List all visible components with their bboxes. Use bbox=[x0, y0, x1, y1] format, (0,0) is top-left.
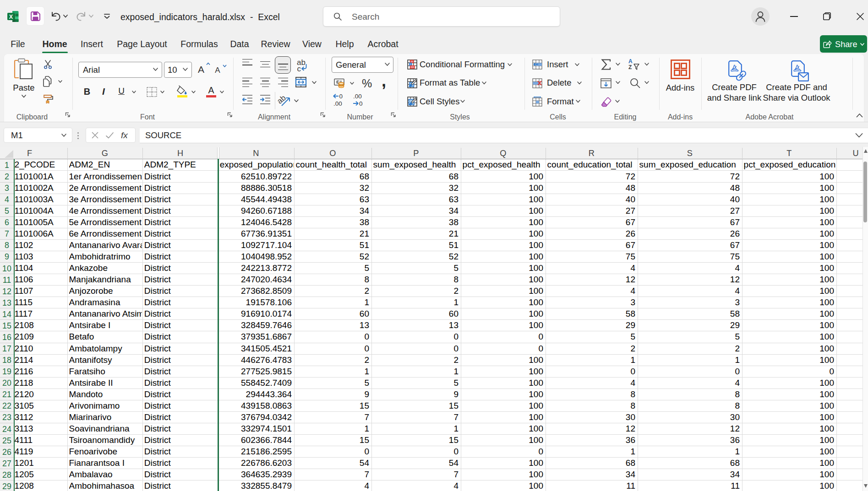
svg-text:Z: Z bbox=[628, 64, 632, 70]
svg-text:A: A bbox=[628, 58, 633, 65]
svg-text:X: X bbox=[9, 14, 13, 20]
svg-text:0: 0 bbox=[359, 100, 363, 107]
svg-text:0: 0 bbox=[339, 93, 343, 100]
svg-text:.00: .00 bbox=[333, 100, 342, 107]
svg-text:.00: .00 bbox=[353, 93, 362, 100]
